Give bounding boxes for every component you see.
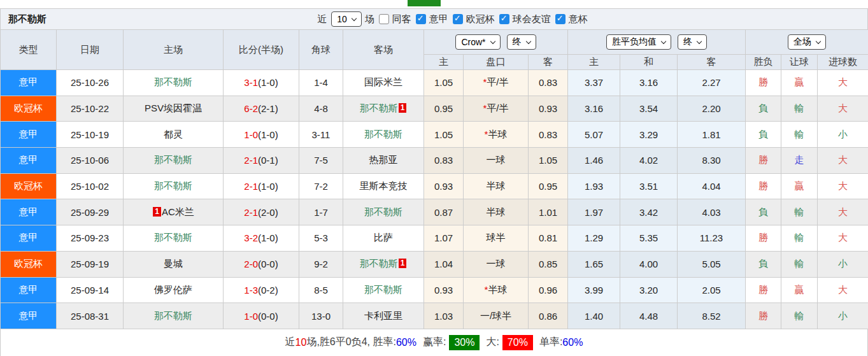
league-badge: 意甲 (1, 70, 57, 96)
checkbox-serie-a[interactable] (416, 14, 426, 24)
checkbox-coppa-italia[interactable] (555, 14, 566, 24)
half-time-score: (1-0) (258, 181, 278, 192)
full-time-score: 1-0 (244, 311, 258, 322)
checkbox-ucl[interactable] (453, 14, 463, 24)
home-team-cell: 那不勒斯 (124, 70, 224, 96)
score-cell[interactable]: 3-1(1-0) (224, 70, 299, 96)
score-cell[interactable]: 2-1(2-0) (224, 199, 299, 225)
handicap-text: 球半 (487, 232, 506, 243)
score-cell[interactable]: 2-1(1-0) (224, 173, 299, 199)
handicap-cell: *半球 (464, 122, 529, 148)
scope-select[interactable]: 全场 (788, 34, 826, 50)
full-time-score: 2-1 (244, 155, 258, 166)
odds-away: 0.86 (529, 303, 568, 329)
match-row: 意甲 25-09-23 那不勒斯 3-2(1-0) 5-3 比萨 1.07 球半… (1, 225, 868, 252)
result-goals: 大 (818, 225, 868, 252)
odds-away: 0.81 (529, 225, 568, 252)
corner-count: 7-2 (299, 173, 343, 199)
away-team-name[interactable]: 卡利亚里 (364, 310, 402, 321)
handicap-cell: *平/半 (464, 70, 529, 96)
bookmaker-select[interactable]: Crow* (455, 34, 500, 50)
match-row: 意甲 25-09-14 佛罗伦萨 1-3(0-2) 8-5 那不勒斯 0.93 … (1, 277, 868, 303)
corner-count: 8-5 (299, 277, 343, 303)
result-win-loss: 勝 (746, 277, 781, 303)
odds-time-select[interactable]: 终 (507, 34, 536, 50)
odds-home: 1.03 (424, 303, 464, 329)
half-time-score: (0-1) (258, 155, 278, 166)
home-team-name[interactable]: 曼城 (164, 258, 183, 269)
home-team-name[interactable]: 那不勒斯 (154, 232, 192, 243)
home-team-cell: PSV埃因霍温 (124, 96, 224, 122)
handicap-text: 半球 (488, 284, 507, 295)
checkbox-club-friendly[interactable] (499, 14, 509, 24)
away-team-name[interactable]: 那不勒斯 (360, 258, 398, 269)
home-team-name[interactable]: 都灵 (164, 129, 183, 139)
red-card-badge: 1 (399, 103, 407, 113)
avg-time-select[interactable]: 终 (678, 34, 707, 50)
away-team-name[interactable]: 那不勒斯 (364, 284, 402, 295)
sub-header-handicap-result: 让球 (781, 55, 818, 70)
avg-time-value: 终 (683, 36, 692, 48)
chevron-down-icon (661, 38, 666, 43)
home-team-cell: 都灵 (124, 122, 224, 148)
home-team-name[interactable]: 那不勒斯 (154, 180, 192, 191)
match-date: 25-09-19 (57, 251, 124, 277)
handicap-cell: 一球 (464, 251, 529, 277)
home-team-name[interactable]: 那不勒斯 (154, 76, 192, 87)
away-team-name[interactable]: 那不勒斯 (364, 206, 402, 217)
match-history-table: 类型 日期 主场 比分(半场) 角球 客场 Crow* 终 胜平负均值 终 全场 (0, 29, 868, 329)
match-date: 25-10-02 (57, 173, 124, 199)
league-badge: 意甲 (1, 148, 57, 174)
result-handicap: 輸 (781, 96, 818, 122)
score-cell[interactable]: 6-2(2-1) (224, 96, 299, 122)
home-team-name[interactable]: 那不勒斯 (154, 310, 192, 321)
score-cell[interactable]: 1-0(1-0) (224, 122, 299, 148)
title-bar: 那不勒斯 近 10 场 同客 意甲 欧冠杯 球会友谊 意杯 (0, 8, 868, 29)
score-cell[interactable]: 1-3(0-2) (224, 277, 299, 303)
away-team-name[interactable]: 里斯本竞技 (360, 180, 408, 191)
home-team-name[interactable]: 那不勒斯 (154, 154, 192, 165)
score-cell[interactable]: 2-0(0-0) (224, 251, 299, 277)
away-team-name[interactable]: 那不勒斯 (364, 129, 402, 139)
home-team-cell: 那不勒斯 (124, 225, 224, 252)
summary-record: 场,胜6平0负4, 胜率: (306, 336, 395, 349)
match-date: 25-09-23 (57, 225, 124, 252)
away-team-name[interactable]: 热那亚 (369, 154, 398, 165)
recent-count-select[interactable]: 10 (331, 11, 362, 27)
odds-home: 0.87 (424, 199, 464, 225)
home-team-cell: 那不勒斯 (124, 173, 224, 199)
avg-away: 4.03 (678, 199, 746, 225)
away-team-cell: 那不勒斯 (343, 122, 424, 148)
league-badge: 意甲 (1, 277, 57, 303)
avg-odds-select[interactable]: 胜平负均值 (606, 34, 671, 50)
handicap-cell: 半球 (464, 173, 529, 199)
away-team-name[interactable]: 国际米兰 (364, 76, 402, 87)
home-team-name[interactable]: 佛罗伦萨 (154, 284, 192, 295)
handicap-text: 平/半 (487, 76, 508, 87)
away-team-name[interactable]: 比萨 (374, 232, 393, 243)
away-team-cell: 那不勒斯 (343, 199, 424, 225)
match-date: 25-08-31 (57, 303, 124, 329)
result-win-loss: 負 (746, 251, 781, 277)
summary-single-rate-label: 单率: (539, 336, 562, 349)
checkbox-same-away[interactable] (379, 14, 389, 24)
home-team-cell: 那不勒斯 (124, 303, 224, 329)
sub-header-goals: 进球数 (818, 55, 868, 70)
avg-draw: 3.16 (620, 70, 678, 96)
odds-home: 0.83 (424, 148, 464, 174)
result-handicap: 贏 (781, 173, 818, 199)
score-cell[interactable]: 2-1(0-1) (224, 148, 299, 174)
home-team-name[interactable]: PSV埃因霍温 (145, 103, 202, 113)
result-win-loss: 負 (746, 96, 781, 122)
full-time-score: 2-0 (244, 259, 258, 269)
odds-time-value: 终 (513, 36, 522, 48)
away-team-name[interactable]: 那不勒斯 (360, 103, 398, 113)
chevron-down-icon (490, 38, 495, 43)
avg-draw: 3.20 (620, 277, 678, 303)
score-cell[interactable]: 3-2(1-0) (224, 225, 299, 252)
home-team-name[interactable]: AC米兰 (162, 206, 194, 217)
corner-count: 1-7 (299, 199, 343, 225)
avg-draw: 4.02 (620, 148, 678, 174)
score-cell[interactable]: 1-0(0-0) (224, 303, 299, 329)
away-team-cell: 那不勒斯1 (343, 96, 424, 122)
